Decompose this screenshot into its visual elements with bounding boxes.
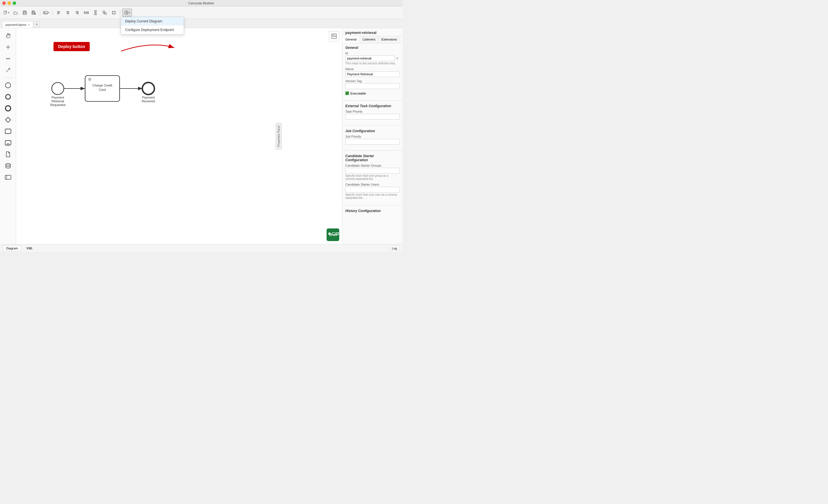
id-input[interactable]: [345, 55, 395, 61]
align-right-button[interactable]: [73, 9, 81, 17]
app-title: Camunda Modeler: [188, 1, 214, 5]
name-input[interactable]: [345, 71, 400, 77]
traffic-lights[interactable]: [2, 1, 16, 5]
tab-close-button[interactable]: ×: [28, 23, 30, 27]
id-hint: This maps to the process definition key.: [345, 62, 400, 65]
listeners-tab[interactable]: Listeners: [360, 36, 379, 43]
sep2: [52, 10, 53, 15]
svg-rect-3: [24, 13, 26, 14]
version-tag-field: Version Tag: [345, 79, 400, 89]
version-tag-label: Version Tag: [345, 79, 400, 83]
deploy-button[interactable]: ▾: [122, 9, 132, 17]
align-center-button[interactable]: [64, 9, 72, 17]
history-config-section: History Configuration: [342, 207, 403, 217]
properties-panel-toggle[interactable]: Properties Panel: [276, 123, 282, 149]
fit-button[interactable]: [110, 9, 118, 17]
main-area: Deploy button ⚙ Charge Credit Card Payme…: [0, 28, 403, 244]
select-tool-button[interactable]: [3, 42, 13, 52]
align-left-button[interactable]: [55, 9, 63, 17]
titlebar: Camunda Modeler: [0, 0, 403, 6]
distribute-v-button[interactable]: [91, 9, 99, 17]
external-task-title: External Task Configuration: [345, 104, 400, 108]
deploy-current-diagram-item[interactable]: Deploy Current Diagram: [121, 17, 184, 26]
svg-rect-62: [333, 35, 334, 37]
start-event[interactable]: [52, 83, 64, 95]
candidate-starter-section: Candidate Starter Configuration Candidat…: [342, 152, 403, 204]
open-file-button[interactable]: [11, 9, 19, 17]
payment-bpmn-tab[interactable]: payment.bpmn ×: [2, 21, 33, 28]
executable-label[interactable]: Executable: [350, 92, 366, 95]
svg-text:Card: Card: [99, 88, 106, 91]
general-tab[interactable]: General: [342, 36, 360, 43]
candidate-starter-groups-input[interactable]: [345, 168, 400, 174]
svg-point-66: [328, 232, 331, 235]
svg-rect-26: [94, 11, 96, 12]
save-button[interactable]: [21, 9, 29, 17]
task-shape[interactable]: [3, 126, 13, 136]
connect-tool-button[interactable]: [3, 65, 13, 75]
svg-text:Requested: Requested: [50, 103, 65, 106]
svg-text:⚙: ⚙: [88, 77, 92, 82]
pool-shape[interactable]: [3, 172, 13, 182]
data-object-shape[interactable]: [3, 149, 13, 159]
deploy-annotation: Deploy button: [53, 42, 90, 51]
distribute-h-button[interactable]: [82, 9, 90, 17]
sep3: [120, 10, 120, 15]
insert-image-button[interactable]: ▾: [42, 9, 50, 17]
start-event-shape[interactable]: [3, 80, 13, 91]
candidate-starter-users-hint: Specify more than one user as a comma se…: [345, 193, 400, 199]
gateway-shape[interactable]: [3, 114, 13, 125]
add-tab-button[interactable]: +: [34, 21, 40, 27]
diagram-tab[interactable]: Diagram: [3, 245, 21, 251]
configure-deployment-endpoint-item[interactable]: Configure Deployment Endpoint: [121, 26, 184, 34]
general-section: General Id × This maps to the process de…: [342, 43, 403, 99]
job-config-title: Job Configuration: [345, 129, 400, 133]
candidate-starter-users-input[interactable]: [345, 187, 400, 192]
candidate-starter-groups-field: Candidate Starter Groups Specify more th…: [345, 164, 400, 180]
save-as-button[interactable]: [30, 9, 38, 17]
id-clear-button[interactable]: ×: [395, 55, 400, 61]
end-event-shape[interactable]: [3, 103, 13, 113]
bottom-bar: Diagram XML Log: [0, 244, 403, 252]
candidate-starter-groups-hint: Specify more than one group as a comma s…: [345, 174, 400, 180]
id-field: Id × This maps to the process definition…: [345, 51, 400, 65]
diagram-canvas[interactable]: Deploy button ⚙ Charge Credit Card Payme…: [16, 28, 342, 244]
name-field: Name: [345, 67, 400, 77]
minimize-button[interactable]: [7, 1, 11, 5]
xml-tab[interactable]: XML: [24, 246, 36, 251]
data-store-shape[interactable]: [3, 161, 13, 171]
task-priority-input[interactable]: [345, 114, 400, 120]
svg-point-40: [5, 83, 11, 88]
tab-filename: payment.bpmn: [5, 23, 27, 27]
svg-rect-28: [94, 13, 96, 14]
svg-rect-5: [33, 11, 34, 12]
hand-tool-button[interactable]: [3, 31, 13, 41]
svg-rect-0: [4, 11, 6, 14]
svg-rect-49: [5, 175, 11, 179]
minimap-toggle[interactable]: [329, 31, 339, 41]
left-toolbar: [0, 28, 16, 244]
maximize-button[interactable]: [13, 1, 16, 5]
new-file-button[interactable]: ▾: [2, 9, 10, 17]
job-priority-input[interactable]: [345, 139, 400, 144]
intermediate-event-shape[interactable]: [3, 92, 13, 102]
properties-panel-header: payment-retrieval: [342, 28, 403, 36]
id-label: Id: [345, 51, 400, 55]
divider-2: [342, 125, 403, 126]
svg-rect-30: [105, 13, 107, 14]
deploy-button-group[interactable]: ▾ Deploy Current Diagram Configure Deplo…: [122, 9, 132, 17]
resize-button[interactable]: [100, 9, 109, 17]
close-button[interactable]: [2, 1, 6, 5]
lasso-tool-button[interactable]: [3, 53, 13, 64]
subprocess-shape[interactable]: [3, 138, 13, 148]
task-priority-label: Task Priority: [345, 110, 400, 113]
version-tag-input[interactable]: [345, 83, 400, 89]
end-event[interactable]: [142, 83, 154, 95]
log-button[interactable]: Log: [389, 246, 400, 251]
svg-rect-22: [85, 12, 86, 13]
executable-checkbox[interactable]: [345, 91, 349, 95]
svg-rect-2: [24, 11, 26, 12]
deploy-dropdown: Deploy Current Diagram Configure Deploym…: [121, 17, 184, 35]
extensions-tab[interactable]: Extensions: [379, 36, 400, 43]
svg-text:Charge Credit: Charge Credit: [92, 84, 112, 87]
